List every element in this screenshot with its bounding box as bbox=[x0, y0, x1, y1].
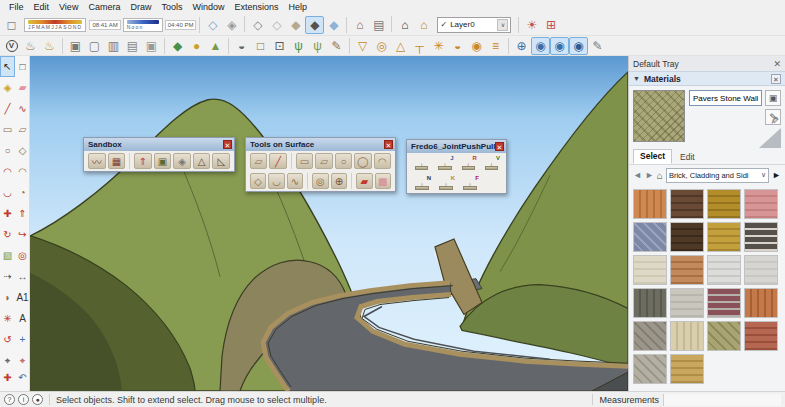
dimension-tool[interactable]: ↔ bbox=[15, 266, 30, 287]
material-siding-cream-vertical[interactable] bbox=[670, 321, 704, 351]
zoom-window-tool[interactable]: ⌖ bbox=[15, 350, 30, 371]
material-brick-brown[interactable] bbox=[670, 222, 704, 252]
material-stone-red[interactable] bbox=[744, 321, 778, 351]
pan-tool[interactable]: + bbox=[15, 329, 30, 350]
proxy-box-icon[interactable]: □ bbox=[251, 37, 270, 55]
menu-item[interactable]: Draw bbox=[125, 1, 156, 13]
close-icon[interactable]: ✕ bbox=[771, 74, 781, 84]
interactive-render-teapot-icon[interactable]: ♨ bbox=[40, 37, 59, 55]
lamp-icon[interactable]: ◒ bbox=[232, 37, 251, 55]
menu-item[interactable]: Extensions bbox=[229, 1, 283, 13]
sphere-light-icon[interactable]: ◉ bbox=[467, 37, 486, 55]
in-model-home-icon[interactable]: ⌂ bbox=[657, 170, 663, 181]
menu-item[interactable]: Camera bbox=[83, 1, 125, 13]
vray-sphere-3-icon[interactable]: ◉ bbox=[569, 37, 588, 55]
tools-on-surface-toolbar[interactable]: Tools on Surface ✕ ▱╱▭▱○◯◠ ◇◡∿◎⊕▰▩ bbox=[245, 137, 396, 192]
sandbox-add-detail[interactable]: △ bbox=[193, 153, 211, 169]
tos-offset[interactable]: ◎ bbox=[312, 173, 328, 189]
jpp-joint[interactable]: ↓J bbox=[435, 155, 454, 171]
material-brick-yellow[interactable] bbox=[707, 222, 741, 252]
select-tool[interactable]: ↖ bbox=[0, 56, 15, 77]
material-brick-gray-dark[interactable] bbox=[744, 222, 778, 252]
component-tool[interactable]: □ bbox=[15, 56, 30, 77]
eyedropper-icon[interactable]: ✎ bbox=[768, 116, 779, 124]
jpp-vector[interactable]: ↓V bbox=[482, 155, 501, 171]
fredo6-jointpushpull-toolbar[interactable]: Fredo6_JointPushPull ✕ ↓↓J↓R↓V ↓N↓K↓F bbox=[406, 139, 507, 194]
line-tool[interactable]: ╱ bbox=[0, 98, 15, 119]
viewport-3d-scene[interactable]: Sandbox ✕ 〰▦⇑▣◈△◺ Tools on Surface ✕ ▱╱▭… bbox=[30, 56, 628, 391]
style-shaded[interactable]: ◆ bbox=[286, 16, 305, 34]
sandbox-from-contours[interactable]: 〰 bbox=[88, 153, 106, 169]
layer-dropdown[interactable]: ✓ Layer0 ∨ bbox=[437, 17, 511, 33]
text-tool[interactable]: A1 bbox=[15, 287, 30, 308]
material-plain-gray[interactable] bbox=[744, 255, 778, 285]
material-siding-cream[interactable] bbox=[633, 255, 667, 285]
tos-ellipse[interactable]: ◯ bbox=[354, 153, 371, 169]
menu-item[interactable]: Help bbox=[283, 1, 312, 13]
home-icon[interactable]: ⌂ bbox=[395, 16, 414, 34]
three-point-arc-tool[interactable]: ◡ bbox=[0, 182, 15, 203]
material-brick-gold[interactable] bbox=[707, 189, 741, 219]
details-arrow-icon[interactable]: ► bbox=[772, 170, 781, 180]
house-red-roof-icon[interactable]: ⌂ bbox=[350, 16, 369, 34]
material-block-gray[interactable] bbox=[670, 288, 704, 318]
material-stone-gray[interactable] bbox=[633, 321, 667, 351]
tos-arc[interactable]: ◠ bbox=[374, 153, 391, 169]
material-name-field[interactable] bbox=[689, 90, 762, 106]
tos-select-face[interactable]: ▱ bbox=[250, 153, 267, 169]
material-override-icon[interactable]: ▲ bbox=[206, 37, 225, 55]
measurements-input[interactable] bbox=[663, 394, 781, 406]
chevron-down-icon[interactable]: ∨ bbox=[761, 171, 766, 179]
move-tool[interactable]: ✚ bbox=[0, 203, 15, 224]
material-stone-blue[interactable] bbox=[633, 222, 667, 252]
rectangle-tool[interactable]: ▭ bbox=[0, 119, 15, 140]
pencil-icon[interactable]: ✎ bbox=[588, 37, 607, 55]
spot-light-icon[interactable]: △ bbox=[391, 37, 410, 55]
sandbox-stamp[interactable]: ▣ bbox=[154, 153, 172, 169]
render-image-icon[interactable]: ▣ bbox=[66, 37, 85, 55]
material-siding-gray[interactable] bbox=[707, 255, 741, 285]
eraser-tool[interactable]: ▰ bbox=[15, 77, 30, 98]
shield-icon[interactable]: ◆ bbox=[168, 37, 187, 55]
chevron-down-icon[interactable]: ∨ bbox=[497, 19, 508, 31]
zoom-extents-tool[interactable]: ✚ bbox=[0, 371, 15, 385]
scale-tool[interactable]: ▧ bbox=[0, 245, 15, 266]
infinite-plane-icon[interactable]: ⊕ bbox=[512, 37, 531, 55]
fredo-titlebar[interactable]: Fredo6_JointPushPull ✕ bbox=[407, 140, 506, 153]
tray-header[interactable]: Default Tray ✕ bbox=[629, 56, 785, 71]
material-vertical-dark-gray[interactable] bbox=[633, 288, 667, 318]
jpp-basic[interactable]: ↓ bbox=[412, 155, 431, 171]
vray-sphere-icon[interactable]: ◉ bbox=[531, 37, 550, 55]
rotate-tool[interactable]: ↻ bbox=[0, 224, 15, 245]
freehand-tool[interactable]: ∿ bbox=[15, 98, 30, 119]
material-siding-orange[interactable] bbox=[633, 189, 667, 219]
vray-logo-icon[interactable]: V bbox=[2, 37, 21, 55]
sandbox-titlebar[interactable]: Sandbox ✕ bbox=[84, 138, 234, 151]
fur-icon[interactable]: ψ bbox=[289, 37, 308, 55]
dome-light-icon[interactable]: ◒ bbox=[448, 37, 467, 55]
arc-tool[interactable]: ◠ bbox=[0, 161, 15, 182]
offset-tool[interactable]: ◎ bbox=[15, 245, 30, 266]
cabinet-icon[interactable]: ▤ bbox=[369, 16, 388, 34]
credits-icon[interactable]: i bbox=[18, 394, 29, 405]
paint-bucket-tool[interactable]: ◈ bbox=[0, 77, 15, 98]
render-teapot-icon[interactable]: ♨ bbox=[21, 37, 40, 55]
tos-circle[interactable]: ○ bbox=[335, 153, 352, 169]
collapse-caret-icon[interactable]: ▼ bbox=[633, 75, 640, 82]
sandbox-flip-edge[interactable]: ◺ bbox=[212, 153, 230, 169]
pie-tool[interactable]: ◔ bbox=[15, 182, 30, 203]
material-siding-tan[interactable] bbox=[670, 255, 704, 285]
tos-freehand[interactable]: ∿ bbox=[287, 173, 303, 189]
material-stone-tan[interactable] bbox=[670, 354, 704, 384]
brush-icon[interactable]: ✎ bbox=[327, 37, 346, 55]
shadow-time-slider[interactable]: 08:41 AM Noon 04:40 PM bbox=[89, 18, 196, 32]
jpp-follow[interactable]: ↓F bbox=[460, 175, 480, 191]
render-region-icon[interactable]: ▢ bbox=[85, 37, 104, 55]
tos-three-point-arc[interactable]: ◡ bbox=[268, 173, 284, 189]
style-hidden-line[interactable]: ◇ bbox=[267, 16, 286, 34]
menu-item[interactable]: Tools bbox=[156, 1, 187, 13]
polygon-tool[interactable]: ◇ bbox=[15, 140, 30, 161]
material-stone-maroon[interactable] bbox=[707, 288, 741, 318]
style-xray[interactable]: ◇ bbox=[203, 16, 222, 34]
shadow-date-slider[interactable]: JFMAMJJASOND bbox=[24, 18, 86, 32]
